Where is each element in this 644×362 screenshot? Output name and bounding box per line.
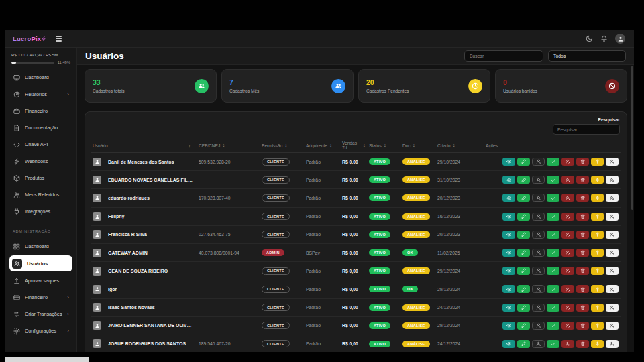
impersonate-button[interactable] xyxy=(606,194,619,202)
delete-button[interactable] xyxy=(576,194,589,202)
sidebar-item-meus-referidos[interactable]: Meus Referidos xyxy=(9,186,73,203)
edit-button[interactable] xyxy=(517,267,530,275)
approve-button[interactable] xyxy=(547,176,559,184)
sidebar-item-documentacao[interactable]: Documentação xyxy=(9,119,73,136)
view-button[interactable] xyxy=(502,304,515,312)
table-search-input[interactable] xyxy=(553,124,620,135)
impersonate-button[interactable] xyxy=(606,249,619,257)
view-button[interactable] xyxy=(502,194,515,202)
profile-button[interactable] xyxy=(532,213,545,221)
view-button[interactable] xyxy=(502,213,515,221)
sidebar-item-financeiro[interactable]: Financeiro xyxy=(9,103,73,119)
edit-button[interactable] xyxy=(517,285,530,293)
column-header-sales[interactable]: Vendas 7d▴▾ xyxy=(340,141,367,150)
balance-button[interactable] xyxy=(591,231,604,239)
approve-button[interactable] xyxy=(547,231,559,239)
sidebar-item-webhooks[interactable]: Webhooks xyxy=(9,153,73,170)
impersonate-button[interactable] xyxy=(606,340,619,348)
view-button[interactable] xyxy=(502,176,515,184)
edit-button[interactable] xyxy=(517,322,530,330)
ban-user-button[interactable] xyxy=(561,158,574,166)
view-button[interactable] xyxy=(502,340,515,348)
column-header-doc[interactable]: Doc▴▾ xyxy=(400,143,435,148)
ban-user-button[interactable] xyxy=(561,194,574,202)
approve-button[interactable] xyxy=(547,340,559,348)
impersonate-button[interactable] xyxy=(606,176,619,184)
sidebar-item-produtos[interactable]: Produtos xyxy=(9,170,73,186)
impersonate-button[interactable] xyxy=(606,267,619,275)
balance-button[interactable] xyxy=(591,267,604,275)
view-button[interactable] xyxy=(502,285,515,293)
menu-toggle-icon[interactable] xyxy=(54,34,64,44)
delete-button[interactable] xyxy=(576,340,589,348)
ban-user-button[interactable] xyxy=(561,304,574,312)
delete-button[interactable] xyxy=(576,158,589,166)
profile-button[interactable] xyxy=(532,158,545,166)
sidebar-item-integracoes[interactable]: Integrações xyxy=(9,203,73,220)
impersonate-button[interactable] xyxy=(606,285,619,293)
approve-button[interactable] xyxy=(547,267,559,275)
edit-button[interactable] xyxy=(517,304,530,312)
user-avatar-icon[interactable] xyxy=(615,34,625,44)
approve-button[interactable] xyxy=(547,194,559,202)
balance-button[interactable] xyxy=(591,340,604,348)
profile-button[interactable] xyxy=(532,249,545,257)
edit-button[interactable] xyxy=(517,176,530,184)
bell-icon[interactable] xyxy=(600,35,608,42)
sidebar-item-relatorios[interactable]: Relatórios› xyxy=(9,86,73,103)
column-header-user[interactable]: Usuário↑ xyxy=(91,143,197,148)
approve-button[interactable] xyxy=(547,158,559,166)
delete-button[interactable] xyxy=(576,231,589,239)
profile-button[interactable] xyxy=(532,322,545,330)
profile-button[interactable] xyxy=(532,304,545,312)
ban-user-button[interactable] xyxy=(561,322,574,330)
ban-user-button[interactable] xyxy=(561,340,574,348)
column-header-created[interactable]: Criado▴▾ xyxy=(435,143,484,148)
approve-button[interactable] xyxy=(547,213,559,221)
ban-user-button[interactable] xyxy=(561,285,574,293)
delete-button[interactable] xyxy=(576,249,589,257)
impersonate-button[interactable] xyxy=(606,158,619,166)
admin-item-usuarios[interactable]: Usuários xyxy=(9,255,72,272)
column-header-cpf[interactable]: CPF/CNPJ▴▾ xyxy=(197,143,260,148)
search-input[interactable] xyxy=(464,50,543,62)
admin-item-financeiro[interactable]: Financeiro› xyxy=(9,289,73,306)
edit-button[interactable] xyxy=(517,340,530,348)
view-button[interactable] xyxy=(502,249,515,257)
approve-button[interactable] xyxy=(547,249,559,257)
edit-button[interactable] xyxy=(517,213,530,221)
delete-button[interactable] xyxy=(576,176,589,184)
edit-button[interactable] xyxy=(517,158,530,166)
ban-user-button[interactable] xyxy=(561,176,574,184)
approve-button[interactable] xyxy=(547,322,559,330)
column-header-acq[interactable]: Adquirente▴▾ xyxy=(304,143,340,148)
edit-button[interactable] xyxy=(517,249,530,257)
impersonate-button[interactable] xyxy=(606,304,619,312)
ban-user-button[interactable] xyxy=(561,213,574,221)
admin-item-criar-transacoes[interactable]: Criar Transações› xyxy=(9,306,73,322)
scrollbar[interactable] xyxy=(631,66,633,210)
view-button[interactable] xyxy=(502,231,515,239)
impersonate-button[interactable] xyxy=(606,213,619,221)
ban-user-button[interactable] xyxy=(561,231,574,239)
delete-button[interactable] xyxy=(576,285,589,293)
edit-button[interactable] xyxy=(517,231,530,239)
profile-button[interactable] xyxy=(532,176,545,184)
balance-button[interactable] xyxy=(591,213,604,221)
approve-button[interactable] xyxy=(547,285,559,293)
profile-button[interactable] xyxy=(532,267,545,275)
balance-button[interactable] xyxy=(591,176,604,184)
delete-button[interactable] xyxy=(576,213,589,221)
sidebar-item-dashboard[interactable]: Dashboard xyxy=(9,69,73,86)
balance-button[interactable] xyxy=(591,194,604,202)
balance-button[interactable] xyxy=(591,322,604,330)
profile-button[interactable] xyxy=(532,194,545,202)
approve-button[interactable] xyxy=(547,304,559,312)
column-header-perm[interactable]: Permissão▴▾ xyxy=(260,143,304,148)
balance-button[interactable] xyxy=(591,285,604,293)
ban-user-button[interactable] xyxy=(561,267,574,275)
balance-button[interactable] xyxy=(591,249,604,257)
moon-icon[interactable] xyxy=(586,35,593,42)
impersonate-button[interactable] xyxy=(606,322,619,330)
admin-item-dashboard[interactable]: Dashboard xyxy=(9,238,73,255)
